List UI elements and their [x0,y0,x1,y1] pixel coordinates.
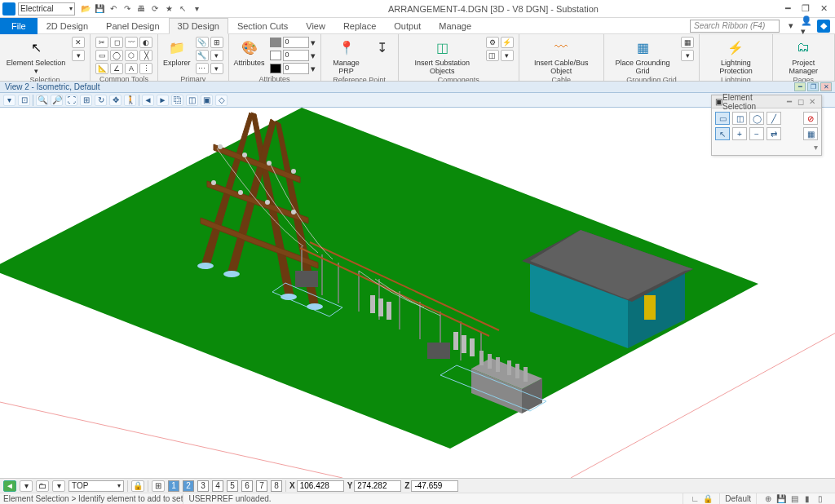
manage-prp-button[interactable]: 📍 Manage PRP [326,37,367,75]
fit-view-icon[interactable]: ⊞ [80,95,92,106]
view-minimize[interactable]: ━ [794,82,806,91]
project-manager-button[interactable]: 🗂 Project Manager [778,37,829,75]
close-button[interactable]: ✕ [815,3,832,14]
active-level[interactable]: Default [719,493,756,505]
nav-models-button[interactable]: 🗀 [36,480,49,492]
view-perspective-icon[interactable]: ◇ [215,95,228,106]
qat-print-icon[interactable]: 🖶 [135,3,147,15]
view-8[interactable]: 8 [271,480,282,492]
sel-method-invert[interactable]: ⇄ [767,127,781,140]
sel-all[interactable]: ▦ [803,127,818,140]
qat-undo-icon[interactable]: ↶ [108,3,119,15]
sel-disable[interactable]: ⊘ [803,112,818,125]
qat-sync-icon[interactable]: ⟳ [149,3,161,15]
attributes-button[interactable]: 🎨 Attributes [234,37,265,67]
sel-mode-block[interactable]: ◫ [732,112,747,125]
insert-cable-button[interactable]: 〰 Insert Cable/Bus Object [524,37,599,75]
place-grid-button[interactable]: ▦ Place Grounding Grid [609,37,676,75]
view-next-icon[interactable]: ► [157,95,169,106]
sel-method-add[interactable]: + [732,127,747,140]
view-attr-icon[interactable]: ▾ [3,95,15,106]
coord-x-input[interactable] [297,480,344,492]
view-prev-icon[interactable]: ◄ [142,95,154,106]
attr-layer-combo[interactable]: 0▾ [270,37,316,48]
sel-method-new[interactable]: ↖ [715,127,730,140]
zoom-out-icon[interactable]: 🔎 [51,95,63,106]
copy-view-icon[interactable]: ⿻ [171,95,183,106]
sel-mode-shape[interactable]: ◯ [749,112,764,125]
view-1[interactable]: 1 [168,480,179,492]
view-display-icon[interactable]: ⊡ [18,95,30,106]
qat-open-icon[interactable]: 📂 [80,3,91,15]
attr-weight-combo[interactable]: 0▾ [270,63,316,74]
sel-mode-line[interactable]: ╱ [767,112,781,125]
component-small-tools[interactable]: ⚙⚡ ◫▾ [486,37,514,61]
file-changed-icon[interactable]: 💾 [775,494,788,503]
view-4[interactable]: 4 [212,480,223,492]
window-area-icon[interactable]: ⛶ [65,95,77,106]
tab-2d-design[interactable]: 2D Design [38,18,97,34]
tab-view[interactable]: View [297,18,334,34]
minimize-button[interactable]: ━ [780,3,796,14]
tab-manage[interactable]: Manage [430,18,480,34]
float-pin[interactable]: ◻ [795,97,806,106]
tab-output[interactable]: Output [385,18,430,34]
tab-3d-design[interactable]: 3D Design [169,18,228,34]
rotate-view-icon[interactable]: ↻ [95,95,107,106]
nav-more-button[interactable]: ▾ [52,480,65,492]
dgn-icon[interactable]: ▤ [788,494,801,503]
common-tools-grid[interactable]: ✂◻〰◐ ▭◯⬡╳ 📐∠A⋮ [95,37,152,74]
lock-icon[interactable]: 🔒 [701,494,714,503]
element-selection-window[interactable]: ▣ Element Selection ━ ◻ ✕ ▭ ◫ ◯ ╱ ⊘ ↖ + … [711,95,822,156]
dialog-icon[interactable]: ▯ [814,494,827,503]
workflow-combo[interactable]: Electrical [18,2,75,15]
maximize-button[interactable]: ❐ [797,3,814,14]
connect-icon[interactable]: ◆ [817,20,830,33]
float-close[interactable]: ✕ [806,97,818,106]
design-history-icon[interactable]: ▮ [801,494,814,503]
tab-section-cuts[interactable]: Section Cuts [228,18,297,34]
view-2[interactable]: 2 [183,480,194,492]
sel-mode-individual[interactable]: ▭ [715,112,730,125]
tab-replace[interactable]: Replace [334,18,385,34]
acs-combo[interactable]: TOP [68,480,124,492]
tab-panel-design[interactable]: Panel Design [97,18,168,34]
float-minimize[interactable]: ━ [784,97,795,106]
sel-method-subtract[interactable]: − [749,127,764,140]
primary-small-tools[interactable]: 📎⊞ 🔧▾ ⋯▾ [196,37,223,74]
clip-volume-icon[interactable]: ◫ [186,95,198,106]
qat-redo-icon[interactable]: ↷ [121,3,133,15]
qat-save-icon[interactable]: 💾 [94,3,105,15]
insert-substation-button[interactable]: ◫ Insert Substation Objects [404,37,481,75]
snap-icon[interactable]: ∟ [688,494,701,503]
nav-back-button[interactable]: ◄ [3,480,16,492]
view-groups-button[interactable]: ⊞ [152,480,165,492]
locks-button[interactable]: 🔒 [131,480,144,492]
explorer-button[interactable]: 📁 Explorer [163,37,191,67]
view-3[interactable]: 3 [197,480,209,492]
nav-fwd-button[interactable]: ▾ [20,480,33,492]
coord-z-input[interactable] [411,480,458,492]
coord-y-input[interactable] [354,480,401,492]
selection-small-tools[interactable]: ✕ ▾ [72,37,85,61]
clip-mask-icon[interactable]: ▣ [201,95,213,106]
pan-view-icon[interactable]: ✥ [109,95,121,106]
file-tab[interactable]: File [0,18,38,34]
view-close[interactable]: ✕ [820,82,832,91]
3d-viewport[interactable] [0,108,835,478]
lightning-button[interactable]: ⚡ Lightning Protection [705,37,767,75]
view-6[interactable]: 6 [241,480,253,492]
zoom-in-icon[interactable]: 🔍 [36,95,48,106]
view-5[interactable]: 5 [227,480,238,492]
user-icon[interactable]: 👤▾ [801,20,814,33]
ref-point-tool[interactable]: ↧ [372,37,393,58]
attr-color-combo[interactable]: 0▾ [270,50,316,61]
view-7[interactable]: 7 [256,480,267,492]
walk-icon[interactable]: 🚶 [124,95,136,106]
qat-star-icon[interactable]: ★ [163,3,175,15]
grid-small-tools[interactable]: ▦ ▾ [681,37,694,61]
ribbon-search[interactable]: Search Ribbon (F4) [690,20,780,33]
float-expand[interactable]: ▾ [715,143,818,152]
qat-more-icon[interactable]: ▾ [191,3,202,15]
qat-arrow-icon[interactable]: ↖ [177,3,188,15]
